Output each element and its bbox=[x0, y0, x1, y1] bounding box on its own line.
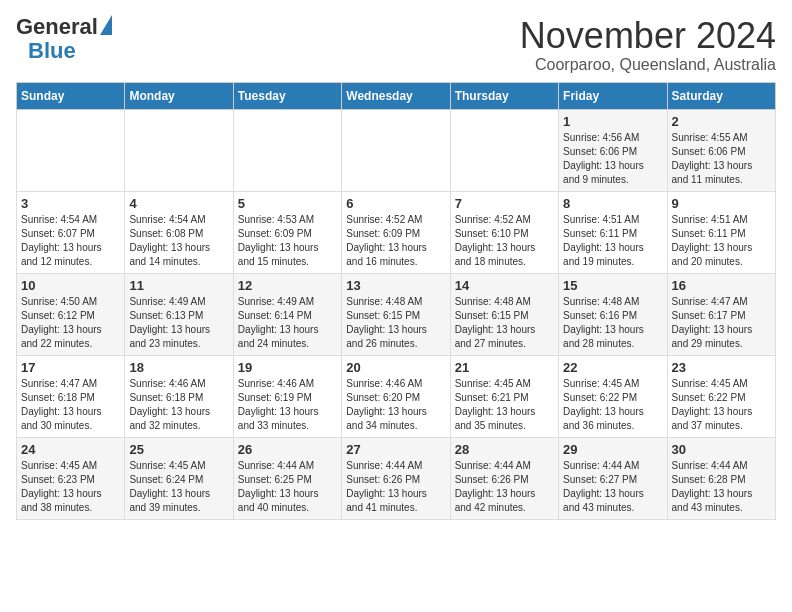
calendar-day-cell: 29Sunrise: 4:44 AMSunset: 6:27 PMDayligh… bbox=[559, 437, 667, 519]
calendar-day-cell: 18Sunrise: 4:46 AMSunset: 6:18 PMDayligh… bbox=[125, 355, 233, 437]
day-number: 5 bbox=[238, 196, 337, 211]
day-info: Sunrise: 4:46 AMSunset: 6:19 PMDaylight:… bbox=[238, 377, 337, 433]
calendar-day-cell: 21Sunrise: 4:45 AMSunset: 6:21 PMDayligh… bbox=[450, 355, 558, 437]
day-number: 12 bbox=[238, 278, 337, 293]
day-info: Sunrise: 4:48 AMSunset: 6:15 PMDaylight:… bbox=[455, 295, 554, 351]
day-number: 9 bbox=[672, 196, 771, 211]
day-info: Sunrise: 4:44 AMSunset: 6:26 PMDaylight:… bbox=[455, 459, 554, 515]
day-number: 3 bbox=[21, 196, 120, 211]
day-info: Sunrise: 4:48 AMSunset: 6:15 PMDaylight:… bbox=[346, 295, 445, 351]
calendar-day-cell: 23Sunrise: 4:45 AMSunset: 6:22 PMDayligh… bbox=[667, 355, 775, 437]
calendar-week-row: 3Sunrise: 4:54 AMSunset: 6:07 PMDaylight… bbox=[17, 191, 776, 273]
calendar-day-cell: 6Sunrise: 4:52 AMSunset: 6:09 PMDaylight… bbox=[342, 191, 450, 273]
logo-blue-text: Blue bbox=[28, 38, 76, 64]
day-number: 16 bbox=[672, 278, 771, 293]
day-number: 30 bbox=[672, 442, 771, 457]
day-info: Sunrise: 4:55 AMSunset: 6:06 PMDaylight:… bbox=[672, 131, 771, 187]
calendar-header-sunday: Sunday bbox=[17, 82, 125, 109]
day-number: 23 bbox=[672, 360, 771, 375]
calendar-week-row: 1Sunrise: 4:56 AMSunset: 6:06 PMDaylight… bbox=[17, 109, 776, 191]
calendar-table: SundayMondayTuesdayWednesdayThursdayFrid… bbox=[16, 82, 776, 520]
title-section: November 2024 Coorparoo, Queensland, Aus… bbox=[520, 16, 776, 74]
day-number: 11 bbox=[129, 278, 228, 293]
day-number: 1 bbox=[563, 114, 662, 129]
day-number: 18 bbox=[129, 360, 228, 375]
day-info: Sunrise: 4:49 AMSunset: 6:14 PMDaylight:… bbox=[238, 295, 337, 351]
calendar-day-cell: 7Sunrise: 4:52 AMSunset: 6:10 PMDaylight… bbox=[450, 191, 558, 273]
calendar-day-cell: 26Sunrise: 4:44 AMSunset: 6:25 PMDayligh… bbox=[233, 437, 341, 519]
calendar-week-row: 10Sunrise: 4:50 AMSunset: 6:12 PMDayligh… bbox=[17, 273, 776, 355]
day-number: 15 bbox=[563, 278, 662, 293]
day-number: 28 bbox=[455, 442, 554, 457]
day-number: 24 bbox=[21, 442, 120, 457]
day-number: 22 bbox=[563, 360, 662, 375]
calendar-day-cell: 8Sunrise: 4:51 AMSunset: 6:11 PMDaylight… bbox=[559, 191, 667, 273]
calendar-day-cell: 30Sunrise: 4:44 AMSunset: 6:28 PMDayligh… bbox=[667, 437, 775, 519]
calendar-header-saturday: Saturday bbox=[667, 82, 775, 109]
day-info: Sunrise: 4:56 AMSunset: 6:06 PMDaylight:… bbox=[563, 131, 662, 187]
calendar-header-monday: Monday bbox=[125, 82, 233, 109]
logo-triangle-icon bbox=[100, 15, 112, 35]
calendar-header-friday: Friday bbox=[559, 82, 667, 109]
day-number: 14 bbox=[455, 278, 554, 293]
day-number: 20 bbox=[346, 360, 445, 375]
day-number: 27 bbox=[346, 442, 445, 457]
day-info: Sunrise: 4:46 AMSunset: 6:18 PMDaylight:… bbox=[129, 377, 228, 433]
logo: General Blue bbox=[16, 16, 112, 64]
day-info: Sunrise: 4:54 AMSunset: 6:08 PMDaylight:… bbox=[129, 213, 228, 269]
day-info: Sunrise: 4:45 AMSunset: 6:21 PMDaylight:… bbox=[455, 377, 554, 433]
day-info: Sunrise: 4:44 AMSunset: 6:27 PMDaylight:… bbox=[563, 459, 662, 515]
calendar-day-cell: 4Sunrise: 4:54 AMSunset: 6:08 PMDaylight… bbox=[125, 191, 233, 273]
day-number: 26 bbox=[238, 442, 337, 457]
page-subtitle: Coorparoo, Queensland, Australia bbox=[520, 56, 776, 74]
day-number: 8 bbox=[563, 196, 662, 211]
calendar-day-cell: 10Sunrise: 4:50 AMSunset: 6:12 PMDayligh… bbox=[17, 273, 125, 355]
day-number: 10 bbox=[21, 278, 120, 293]
calendar-day-cell: 19Sunrise: 4:46 AMSunset: 6:19 PMDayligh… bbox=[233, 355, 341, 437]
calendar-day-cell: 20Sunrise: 4:46 AMSunset: 6:20 PMDayligh… bbox=[342, 355, 450, 437]
calendar-day-cell: 13Sunrise: 4:48 AMSunset: 6:15 PMDayligh… bbox=[342, 273, 450, 355]
day-number: 2 bbox=[672, 114, 771, 129]
calendar-header-wednesday: Wednesday bbox=[342, 82, 450, 109]
day-info: Sunrise: 4:51 AMSunset: 6:11 PMDaylight:… bbox=[672, 213, 771, 269]
calendar-day-cell: 22Sunrise: 4:45 AMSunset: 6:22 PMDayligh… bbox=[559, 355, 667, 437]
day-info: Sunrise: 4:52 AMSunset: 6:09 PMDaylight:… bbox=[346, 213, 445, 269]
day-info: Sunrise: 4:46 AMSunset: 6:20 PMDaylight:… bbox=[346, 377, 445, 433]
day-number: 4 bbox=[129, 196, 228, 211]
day-info: Sunrise: 4:48 AMSunset: 6:16 PMDaylight:… bbox=[563, 295, 662, 351]
calendar-week-row: 24Sunrise: 4:45 AMSunset: 6:23 PMDayligh… bbox=[17, 437, 776, 519]
day-info: Sunrise: 4:47 AMSunset: 6:18 PMDaylight:… bbox=[21, 377, 120, 433]
day-info: Sunrise: 4:45 AMSunset: 6:22 PMDaylight:… bbox=[672, 377, 771, 433]
day-number: 25 bbox=[129, 442, 228, 457]
day-info: Sunrise: 4:52 AMSunset: 6:10 PMDaylight:… bbox=[455, 213, 554, 269]
day-number: 19 bbox=[238, 360, 337, 375]
calendar-header-tuesday: Tuesday bbox=[233, 82, 341, 109]
calendar-day-cell bbox=[450, 109, 558, 191]
day-info: Sunrise: 4:50 AMSunset: 6:12 PMDaylight:… bbox=[21, 295, 120, 351]
calendar-day-cell bbox=[17, 109, 125, 191]
calendar-day-cell: 27Sunrise: 4:44 AMSunset: 6:26 PMDayligh… bbox=[342, 437, 450, 519]
calendar-day-cell: 28Sunrise: 4:44 AMSunset: 6:26 PMDayligh… bbox=[450, 437, 558, 519]
calendar-day-cell: 5Sunrise: 4:53 AMSunset: 6:09 PMDaylight… bbox=[233, 191, 341, 273]
day-info: Sunrise: 4:49 AMSunset: 6:13 PMDaylight:… bbox=[129, 295, 228, 351]
day-info: Sunrise: 4:54 AMSunset: 6:07 PMDaylight:… bbox=[21, 213, 120, 269]
calendar-day-cell: 17Sunrise: 4:47 AMSunset: 6:18 PMDayligh… bbox=[17, 355, 125, 437]
calendar-day-cell: 14Sunrise: 4:48 AMSunset: 6:15 PMDayligh… bbox=[450, 273, 558, 355]
logo-general-text: General bbox=[16, 16, 98, 38]
day-info: Sunrise: 4:44 AMSunset: 6:28 PMDaylight:… bbox=[672, 459, 771, 515]
calendar-day-cell: 3Sunrise: 4:54 AMSunset: 6:07 PMDaylight… bbox=[17, 191, 125, 273]
calendar-day-cell bbox=[125, 109, 233, 191]
day-info: Sunrise: 4:45 AMSunset: 6:22 PMDaylight:… bbox=[563, 377, 662, 433]
calendar-day-cell: 11Sunrise: 4:49 AMSunset: 6:13 PMDayligh… bbox=[125, 273, 233, 355]
day-number: 7 bbox=[455, 196, 554, 211]
calendar-day-cell bbox=[342, 109, 450, 191]
day-info: Sunrise: 4:45 AMSunset: 6:23 PMDaylight:… bbox=[21, 459, 120, 515]
calendar-day-cell: 24Sunrise: 4:45 AMSunset: 6:23 PMDayligh… bbox=[17, 437, 125, 519]
day-info: Sunrise: 4:51 AMSunset: 6:11 PMDaylight:… bbox=[563, 213, 662, 269]
day-number: 21 bbox=[455, 360, 554, 375]
calendar-header-thursday: Thursday bbox=[450, 82, 558, 109]
calendar-header-row: SundayMondayTuesdayWednesdayThursdayFrid… bbox=[17, 82, 776, 109]
calendar-day-cell: 9Sunrise: 4:51 AMSunset: 6:11 PMDaylight… bbox=[667, 191, 775, 273]
calendar-day-cell bbox=[233, 109, 341, 191]
day-info: Sunrise: 4:44 AMSunset: 6:25 PMDaylight:… bbox=[238, 459, 337, 515]
